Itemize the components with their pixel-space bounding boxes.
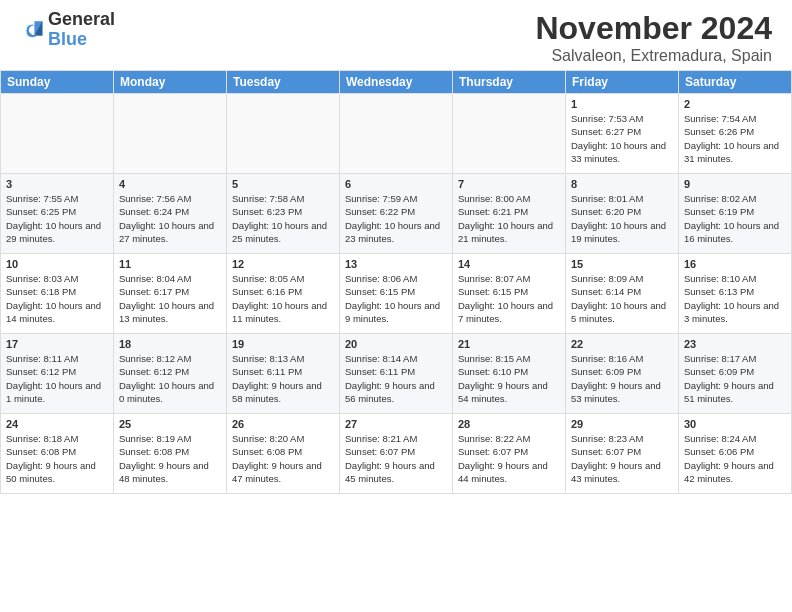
day-cell: 7Sunrise: 8:00 AM Sunset: 6:21 PM Daylig… (453, 174, 566, 254)
day-cell: 9Sunrise: 8:02 AM Sunset: 6:19 PM Daylig… (679, 174, 792, 254)
day-number: 7 (458, 178, 560, 190)
day-cell (340, 94, 453, 174)
day-cell: 3Sunrise: 7:55 AM Sunset: 6:25 PM Daylig… (1, 174, 114, 254)
day-info: Sunrise: 8:18 AM Sunset: 6:08 PM Dayligh… (6, 432, 108, 485)
day-cell: 20Sunrise: 8:14 AM Sunset: 6:11 PM Dayli… (340, 334, 453, 414)
week-row-2: 3Sunrise: 7:55 AM Sunset: 6:25 PM Daylig… (1, 174, 792, 254)
day-number: 8 (571, 178, 673, 190)
header-sunday: Sunday (1, 71, 114, 94)
day-info: Sunrise: 7:59 AM Sunset: 6:22 PM Dayligh… (345, 192, 447, 245)
logo-text: General Blue (48, 10, 115, 50)
day-number: 18 (119, 338, 221, 350)
day-cell: 29Sunrise: 8:23 AM Sunset: 6:07 PM Dayli… (566, 414, 679, 494)
day-cell (227, 94, 340, 174)
day-number: 23 (684, 338, 786, 350)
day-info: Sunrise: 8:24 AM Sunset: 6:06 PM Dayligh… (684, 432, 786, 485)
day-info: Sunrise: 7:58 AM Sunset: 6:23 PM Dayligh… (232, 192, 334, 245)
day-number: 13 (345, 258, 447, 270)
day-number: 17 (6, 338, 108, 350)
header-wednesday: Wednesday (340, 71, 453, 94)
logo-line2: Blue (48, 30, 115, 50)
day-number: 3 (6, 178, 108, 190)
day-info: Sunrise: 8:23 AM Sunset: 6:07 PM Dayligh… (571, 432, 673, 485)
day-cell: 16Sunrise: 8:10 AM Sunset: 6:13 PM Dayli… (679, 254, 792, 334)
day-info: Sunrise: 8:20 AM Sunset: 6:08 PM Dayligh… (232, 432, 334, 485)
day-info: Sunrise: 8:02 AM Sunset: 6:19 PM Dayligh… (684, 192, 786, 245)
day-number: 10 (6, 258, 108, 270)
week-row-1: 1Sunrise: 7:53 AM Sunset: 6:27 PM Daylig… (1, 94, 792, 174)
day-cell (453, 94, 566, 174)
day-info: Sunrise: 8:14 AM Sunset: 6:11 PM Dayligh… (345, 352, 447, 405)
day-number: 22 (571, 338, 673, 350)
day-info: Sunrise: 8:15 AM Sunset: 6:10 PM Dayligh… (458, 352, 560, 405)
day-cell: 28Sunrise: 8:22 AM Sunset: 6:07 PM Dayli… (453, 414, 566, 494)
day-cell: 4Sunrise: 7:56 AM Sunset: 6:24 PM Daylig… (114, 174, 227, 254)
day-number: 27 (345, 418, 447, 430)
day-cell (1, 94, 114, 174)
day-info: Sunrise: 8:17 AM Sunset: 6:09 PM Dayligh… (684, 352, 786, 405)
day-info: Sunrise: 8:04 AM Sunset: 6:17 PM Dayligh… (119, 272, 221, 325)
day-info: Sunrise: 7:56 AM Sunset: 6:24 PM Dayligh… (119, 192, 221, 245)
day-cell (114, 94, 227, 174)
day-info: Sunrise: 8:22 AM Sunset: 6:07 PM Dayligh… (458, 432, 560, 485)
header-thursday: Thursday (453, 71, 566, 94)
day-info: Sunrise: 8:09 AM Sunset: 6:14 PM Dayligh… (571, 272, 673, 325)
day-number: 21 (458, 338, 560, 350)
header-tuesday: Tuesday (227, 71, 340, 94)
title-block: November 2024 Salvaleon, Extremadura, Sp… (535, 10, 772, 65)
header-saturday: Saturday (679, 71, 792, 94)
day-cell: 13Sunrise: 8:06 AM Sunset: 6:15 PM Dayli… (340, 254, 453, 334)
day-number: 26 (232, 418, 334, 430)
day-info: Sunrise: 8:06 AM Sunset: 6:15 PM Dayligh… (345, 272, 447, 325)
day-info: Sunrise: 8:13 AM Sunset: 6:11 PM Dayligh… (232, 352, 334, 405)
day-cell: 14Sunrise: 8:07 AM Sunset: 6:15 PM Dayli… (453, 254, 566, 334)
day-info: Sunrise: 8:03 AM Sunset: 6:18 PM Dayligh… (6, 272, 108, 325)
day-cell: 19Sunrise: 8:13 AM Sunset: 6:11 PM Dayli… (227, 334, 340, 414)
day-number: 29 (571, 418, 673, 430)
week-row-5: 24Sunrise: 8:18 AM Sunset: 6:08 PM Dayli… (1, 414, 792, 494)
week-row-4: 17Sunrise: 8:11 AM Sunset: 6:12 PM Dayli… (1, 334, 792, 414)
day-cell: 22Sunrise: 8:16 AM Sunset: 6:09 PM Dayli… (566, 334, 679, 414)
day-cell: 5Sunrise: 7:58 AM Sunset: 6:23 PM Daylig… (227, 174, 340, 254)
logo-line1: General (48, 10, 115, 30)
day-cell: 25Sunrise: 8:19 AM Sunset: 6:08 PM Dayli… (114, 414, 227, 494)
logo-icon (20, 18, 44, 42)
day-cell: 21Sunrise: 8:15 AM Sunset: 6:10 PM Dayli… (453, 334, 566, 414)
day-info: Sunrise: 7:53 AM Sunset: 6:27 PM Dayligh… (571, 112, 673, 165)
header-monday: Monday (114, 71, 227, 94)
day-number: 2 (684, 98, 786, 110)
day-number: 24 (6, 418, 108, 430)
calendar-title: November 2024 (535, 10, 772, 47)
day-info: Sunrise: 8:00 AM Sunset: 6:21 PM Dayligh… (458, 192, 560, 245)
calendar-subtitle: Salvaleon, Extremadura, Spain (535, 47, 772, 65)
day-number: 11 (119, 258, 221, 270)
calendar-table: Sunday Monday Tuesday Wednesday Thursday… (0, 70, 792, 494)
week-row-3: 10Sunrise: 8:03 AM Sunset: 6:18 PM Dayli… (1, 254, 792, 334)
day-cell: 1Sunrise: 7:53 AM Sunset: 6:27 PM Daylig… (566, 94, 679, 174)
day-info: Sunrise: 8:05 AM Sunset: 6:16 PM Dayligh… (232, 272, 334, 325)
day-cell: 26Sunrise: 8:20 AM Sunset: 6:08 PM Dayli… (227, 414, 340, 494)
day-cell: 30Sunrise: 8:24 AM Sunset: 6:06 PM Dayli… (679, 414, 792, 494)
day-info: Sunrise: 8:11 AM Sunset: 6:12 PM Dayligh… (6, 352, 108, 405)
day-number: 5 (232, 178, 334, 190)
weekday-header-row: Sunday Monday Tuesday Wednesday Thursday… (1, 71, 792, 94)
day-number: 19 (232, 338, 334, 350)
day-number: 30 (684, 418, 786, 430)
day-number: 28 (458, 418, 560, 430)
day-cell: 17Sunrise: 8:11 AM Sunset: 6:12 PM Dayli… (1, 334, 114, 414)
day-info: Sunrise: 8:19 AM Sunset: 6:08 PM Dayligh… (119, 432, 221, 485)
header-friday: Friday (566, 71, 679, 94)
day-number: 25 (119, 418, 221, 430)
day-info: Sunrise: 8:07 AM Sunset: 6:15 PM Dayligh… (458, 272, 560, 325)
day-number: 1 (571, 98, 673, 110)
day-info: Sunrise: 8:16 AM Sunset: 6:09 PM Dayligh… (571, 352, 673, 405)
day-cell: 6Sunrise: 7:59 AM Sunset: 6:22 PM Daylig… (340, 174, 453, 254)
day-info: Sunrise: 8:01 AM Sunset: 6:20 PM Dayligh… (571, 192, 673, 245)
day-cell: 18Sunrise: 8:12 AM Sunset: 6:12 PM Dayli… (114, 334, 227, 414)
day-cell: 10Sunrise: 8:03 AM Sunset: 6:18 PM Dayli… (1, 254, 114, 334)
calendar-header: Sunday Monday Tuesday Wednesday Thursday… (1, 71, 792, 94)
day-cell: 8Sunrise: 8:01 AM Sunset: 6:20 PM Daylig… (566, 174, 679, 254)
day-number: 12 (232, 258, 334, 270)
day-cell: 27Sunrise: 8:21 AM Sunset: 6:07 PM Dayli… (340, 414, 453, 494)
day-number: 16 (684, 258, 786, 270)
